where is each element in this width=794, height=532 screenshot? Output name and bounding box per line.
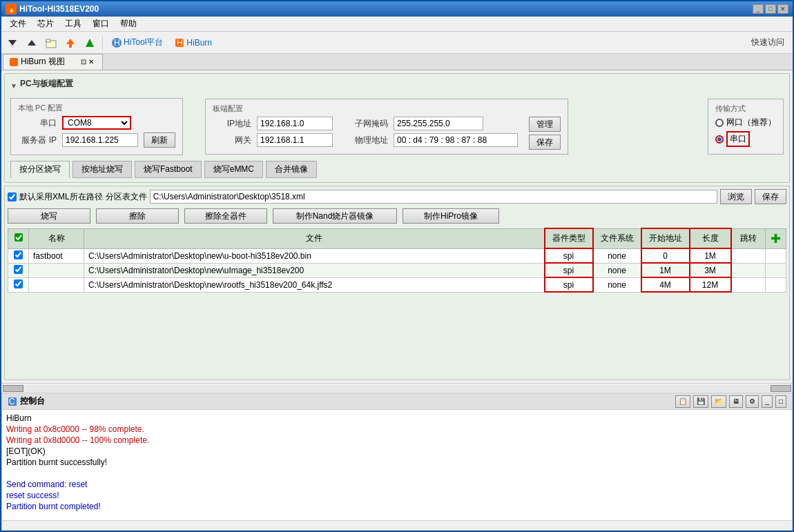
console-monitor-button[interactable]: 🖥	[729, 395, 743, 408]
quick-access: 快速访问	[751, 37, 790, 48]
hiburn-view-tab[interactable]: HiBurn 视图 ⊡ ✕	[3, 54, 103, 70]
restore-button[interactable]: □	[765, 4, 776, 14]
tab-emmc-burn[interactable]: 烧写eMMC	[204, 161, 263, 178]
row1-actions	[766, 248, 786, 263]
console-settings-button[interactable]: ⚙	[746, 395, 759, 408]
port-select[interactable]: COM8	[62, 116, 131, 130]
row1-hw: spi	[545, 248, 593, 263]
row3-checkbox[interactable]	[14, 279, 23, 288]
row1-checkbox[interactable]	[14, 250, 23, 259]
col-header-hw: 器件类型	[545, 228, 593, 248]
menu-window[interactable]: 窗口	[87, 17, 115, 31]
use-xml-path-label[interactable]: 默认采用XML所在路径	[8, 191, 103, 203]
close-button[interactable]: ✕	[777, 4, 788, 14]
row2-jump	[731, 263, 766, 277]
tab-merge-image[interactable]: 合并镜像	[266, 161, 317, 178]
console-section: C 控制台 📋 💾 📂 🖥 ⚙ _ □ HiBurn Writing at 0x…	[1, 393, 793, 531]
tab-partition-burn[interactable]: 按分区烧写	[10, 161, 70, 178]
add-row-button[interactable]: ✚	[771, 232, 781, 246]
col-header-fs: 文件系统	[593, 228, 641, 248]
operation-tabs: 按分区烧写 按地址烧写 烧写Fastboot 烧写eMMC 合并镜像	[10, 161, 784, 178]
hiburn-tab-restore[interactable]: ⊡	[81, 58, 86, 66]
erase-button[interactable]: 擦除	[96, 208, 179, 224]
content-area: HiBurn 视图 ⊡ ✕ ▼ PC与板端配置 本地 PC 配置	[1, 54, 793, 531]
console-open-button[interactable]: 📂	[711, 395, 726, 408]
menu-chip[interactable]: 芯片	[32, 17, 59, 31]
tab-addr-burn[interactable]: 按地址烧写	[72, 161, 132, 178]
platform-icon: H	[111, 37, 122, 48]
serial-label: 串口	[726, 131, 750, 147]
partition-burn-section: 默认采用XML所在路径 分区表文件 浏览 保存 烧写 擦除 擦除全器件 制作Na…	[4, 186, 790, 380]
ip-row: IP地址	[213, 117, 333, 130]
toolbar-btn-4[interactable]	[62, 35, 79, 51]
subnet-input[interactable]	[394, 117, 483, 130]
console-minimize-button[interactable]: _	[762, 395, 773, 408]
console-copy-button[interactable]: 📋	[675, 395, 690, 408]
browse-button[interactable]: 浏览	[720, 189, 752, 204]
table-row: C:\Users\Administrator\Desktop\new\uImag…	[8, 263, 786, 277]
gateway-label: 网关	[213, 135, 251, 146]
tab-fastboot-burn[interactable]: 烧写Fastboot	[135, 161, 202, 178]
console-scrollbar[interactable]	[2, 520, 792, 530]
row2-checkbox[interactable]	[14, 265, 23, 274]
console-line-1: Writing at 0x8c0000 -- 98% complete.	[6, 424, 788, 435]
row1-length: 1M	[690, 248, 731, 263]
gateway-input[interactable]	[257, 133, 333, 147]
ip-input[interactable]	[257, 117, 333, 130]
row3-length: 12M	[690, 277, 731, 292]
col-header-name: 名称	[29, 228, 84, 248]
minimize-button[interactable]: _	[753, 4, 764, 14]
console-maximize-button[interactable]: □	[775, 395, 786, 408]
network-radio[interactable]	[715, 119, 724, 127]
menu-help[interactable]: 帮助	[115, 17, 142, 31]
svg-rect-11	[10, 58, 18, 66]
mac-input[interactable]	[394, 133, 518, 147]
row2-name	[29, 263, 84, 277]
col-header-length: 长度	[690, 228, 731, 248]
horizontal-scrollbar[interactable]	[1, 383, 793, 393]
hitool-platform-link[interactable]: H HiTool平台	[107, 37, 167, 48]
make-nand-button[interactable]: 制作Nand烧片器镜像	[273, 208, 397, 224]
row2-start: 1M	[641, 263, 690, 277]
section-collapse-icon[interactable]: ▼	[10, 82, 17, 90]
server-ip-input[interactable]	[62, 133, 138, 147]
upload-icon	[26, 37, 37, 48]
scroll-left-btn[interactable]	[3, 385, 23, 392]
row3-check	[8, 277, 29, 292]
scroll-right-btn[interactable]	[771, 385, 791, 392]
toolbar-btn-1[interactable]	[4, 35, 21, 51]
toolbar-btn-2[interactable]	[23, 35, 40, 51]
use-xml-path-checkbox[interactable]	[8, 193, 17, 201]
hiburn-link[interactable]: HB HiBurn	[170, 37, 216, 48]
toolbar-btn-3[interactable]	[43, 35, 59, 51]
make-hipro-button[interactable]: 制作HiPro镜像	[403, 208, 499, 224]
window-controls[interactable]: _ □ ✕	[753, 4, 788, 14]
hiburn-tab-close[interactable]: ✕	[88, 58, 94, 66]
burn-button[interactable]: 烧写	[8, 208, 90, 224]
save-board-button[interactable]: 保存	[529, 135, 561, 150]
save-partition-button[interactable]: 保存	[755, 189, 786, 204]
refresh-button[interactable]: 刷新	[144, 132, 175, 148]
manage-button[interactable]: 管理	[529, 117, 561, 132]
table-scroll: 名称 文件 器件类型 文件系统 开始地址 长度 跳转 ✚	[8, 228, 786, 377]
menu-bar: 文件 芯片 工具 窗口 帮助	[1, 17, 793, 32]
col-header-file: 文件	[84, 228, 545, 248]
menu-tools[interactable]: 工具	[59, 17, 87, 31]
partition-file-input[interactable]	[150, 190, 717, 204]
svg-text:HB: HB	[177, 38, 185, 48]
row2-file: C:\Users\Administrator\Desktop\new\uImag…	[84, 263, 545, 277]
server-ip-label: 服务器 IP	[18, 135, 57, 146]
toolbar-btn-5[interactable]	[81, 35, 98, 51]
menu-file[interactable]: 文件	[4, 17, 32, 31]
col-header-check	[8, 228, 29, 248]
console-line-2: Writing at 0x8d0000 -- 100% complete.	[6, 435, 788, 446]
subnet-label: 子网掩码	[344, 118, 388, 130]
gateway-row: 网关	[213, 133, 333, 147]
hiburn-tab-icon	[9, 57, 19, 67]
serial-radio[interactable]	[715, 135, 724, 144]
erase-all-button[interactable]: 擦除全器件	[184, 208, 267, 224]
board-config-title: 板端配置	[213, 104, 561, 114]
console-save-button[interactable]: 💾	[693, 395, 708, 408]
console-body: HiBurn Writing at 0x8c0000 -- 98% comple…	[2, 410, 792, 520]
view-tab-bar: HiBurn 视图 ⊡ ✕	[1, 54, 793, 70]
